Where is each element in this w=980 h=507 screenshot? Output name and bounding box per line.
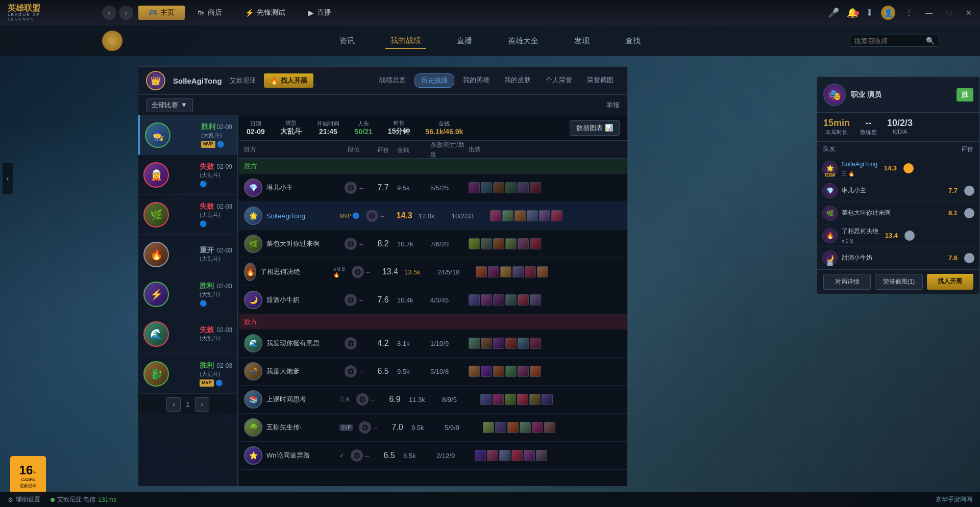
match-type-7: (大乱斗) [200, 370, 232, 378]
items-list-5 [469, 294, 541, 306]
close-button[interactable]: ✕ [963, 7, 975, 19]
lose-player-row-5[interactable]: ⭐ Wn论同途异路 ✓ ⚙ -- 6.5 8.5k [239, 442, 627, 470]
tab-history[interactable]: 历史战绩 [414, 73, 454, 88]
lose-player-row-2[interactable]: 💣 我是大炮爹 ⚙ -- 6.5 9.5k [239, 358, 627, 386]
item-l3-5 [529, 394, 541, 405]
page-number: 1 [186, 400, 189, 408]
tab-my-skins[interactable]: 我的皮肤 [498, 73, 537, 88]
player-row-1[interactable]: 💎 琳儿小主 ⚙ -- 7.7 9.5k [239, 174, 627, 202]
maximize-button[interactable]: □ [943, 7, 955, 19]
prev-page-button[interactable]: ‹ [166, 397, 181, 412]
next-page-button[interactable]: › [195, 397, 209, 412]
player-row-5[interactable]: 🌙 甜酒小牛奶 ⚙ -- 7.6 10.4k [239, 286, 627, 314]
tab-pioneer[interactable]: ⚡ 先锋测试 [235, 6, 296, 20]
tab-home[interactable]: 🎮 主页 [138, 6, 185, 20]
side-player-name: 职业 演员 [851, 90, 881, 99]
match-badges-2: 🔵 [200, 181, 232, 188]
player-5-info: 🌙 甜酒小牛奶 [244, 291, 338, 309]
subnav-discover[interactable]: 发现 [569, 34, 595, 48]
tab-live[interactable]: ▶ 直播 [298, 6, 341, 20]
subnav-news[interactable]: 资讯 [334, 34, 360, 48]
lose-player-2-champ: 💣 [244, 362, 262, 381]
back-button[interactable]: ‹ [102, 6, 116, 20]
live-label: 直播 [317, 8, 331, 17]
side-player-row-1[interactable]: 🌟 MVP SolleAgiTong 三 🔥 14.3 [817, 157, 979, 180]
side-kda-label: K/D/A [893, 129, 908, 135]
minimize-button[interactable]: — [923, 7, 935, 19]
items-list-l1 [469, 338, 541, 349]
chart-button[interactable]: 数据图表 📊 [570, 120, 620, 136]
user-avatar-icon[interactable]: 👤 [881, 6, 895, 20]
player-3-tag2: 火 [345, 396, 350, 403]
side-mvp-tag-1: MVP [825, 173, 835, 176]
item-2-6 [551, 210, 562, 221]
settings-button[interactable]: ⚙ 辅助设置 [8, 495, 40, 504]
forward-button[interactable]: › [119, 6, 133, 20]
side-player-row-5[interactable]: 🌙 三 甜酒小牛奶 7.6 [817, 247, 979, 269]
mic-icon-wrapper: 🎤 [828, 7, 839, 18]
tab-shop[interactable]: 🛍 商店 [187, 6, 232, 20]
player-1-kda: 5/5/25 [430, 183, 469, 192]
subnav-champions[interactable]: 英雄大全 [503, 34, 544, 48]
match-item-7[interactable]: 🐉 胜利 02-03 (大乱斗) MVP 🔵 [138, 354, 237, 394]
item-5-5 [518, 294, 529, 306]
match-item-3[interactable]: 🌿 失败 02-03 (大乱斗) 🔵 [138, 195, 237, 235]
item-l2-6 [530, 366, 541, 377]
tab-honor[interactable]: 个人荣誉 [540, 73, 578, 88]
lose-player-row-1[interactable]: 🌊 我发现你挺有意思 ⚙ -- 4.2 8.1k [239, 329, 627, 358]
side-section-title: 队友 评价 [817, 142, 979, 157]
item-5-3 [493, 294, 504, 306]
gold-value-1: 9.5k [397, 184, 410, 192]
side-player-1-name: SolleAgiTong [842, 161, 877, 168]
player-row-4[interactable]: 🔥 了相思何决绝 x 0 S 🔥 ⚙ -- 13.4 13.5k [239, 258, 627, 286]
report-button[interactable]: 举报 [606, 100, 620, 110]
find-duo-button[interactable]: 🔥 找人开黑 [264, 73, 313, 88]
item-l5-6 [536, 450, 547, 461]
player-3-kda: 7/6/28 [430, 239, 469, 248]
match-item-1[interactable]: 🧙 胜利 02-09 (大乱斗) MVP 🔵 [138, 115, 237, 155]
match-item-4[interactable]: 🔥 重开 02-03 (大乱斗) [138, 235, 237, 274]
match-item-6[interactable]: 🌊 失败 02-03 (大乱斗) [138, 314, 237, 354]
summary-gold: 金钱 56.1k/46.9k [425, 120, 463, 136]
match-detail-button[interactable]: 对局详情 [823, 274, 871, 290]
rating-value-l3: 6.9 [389, 395, 400, 403]
side-player-row-4[interactable]: 🔥 了相思何决绝 x 0 S 13.4 [817, 224, 979, 247]
search-input[interactable] [854, 37, 926, 45]
player-2-gold: 12.0k [419, 211, 452, 220]
match-item-5[interactable]: ⚡ 胜利 02-03 (大乱斗) 🔵 [138, 274, 237, 314]
item-4-1 [476, 266, 487, 277]
rank-dash-5: -- [359, 297, 363, 303]
side-player-4-tags: x 0 S [842, 238, 853, 244]
lose-player-3-items [480, 394, 622, 405]
match-item-2[interactable]: 🧝 失败 02-09 (大乱斗) 🔵 [138, 155, 237, 195]
subnav-search[interactable]: 查找 [620, 34, 646, 48]
side-player-row-2[interactable]: 💎 琳儿小主 7.7 [817, 180, 979, 202]
side-player-row-3[interactable]: 🌿 菜包大叫你过来啊 8.1 [817, 202, 979, 224]
chart-icon: 📊 [605, 124, 613, 132]
lose-player-row-4[interactable]: 🌳 五柳先生传· SVP ⚙ -- 7.0 9.5k [239, 414, 627, 442]
tab-my-heroes[interactable]: 我的英雄 [457, 73, 496, 88]
subnav-stats[interactable]: 我的战绩 [385, 33, 426, 49]
lose-player-row-3[interactable]: 📚 上课时间思考 三 火 ⚙ -- 6.9 1 [239, 386, 627, 414]
find-duo-side-button[interactable]: 找人开黑 [927, 274, 973, 290]
side-player-1-tags: 三 🔥 [842, 171, 854, 176]
side-player-4-name: 了相思何决绝 [842, 227, 878, 235]
player-4-rating: 13.4 [376, 267, 404, 276]
subnav-live[interactable]: 直播 [452, 34, 477, 48]
player-row-2[interactable]: 🌟 SolleAgiTong MVP 🔵 ⚙ -- 14.3 [239, 202, 627, 230]
more-button[interactable]: ⋮ [903, 7, 915, 19]
lose-player-5-gold: 8.5k [403, 451, 436, 460]
tab-stats-overview[interactable]: 战绩总览 [373, 73, 412, 88]
title-bar: 英雄联盟 LEAGUE OF LEGENDS ‹ › 🎮 主页 🛍 商店 ⚡ 先… [0, 0, 980, 26]
tab-screenshot[interactable]: 荣誉截图 [581, 73, 620, 88]
search-box[interactable]: 🔍 [850, 35, 939, 47]
item-2-5 [539, 210, 550, 221]
left-expand-button[interactable]: ‹ [3, 163, 13, 194]
match-type-filter[interactable]: 全部比赛 ▼ [146, 98, 193, 112]
live-icon: ▶ [308, 9, 314, 17]
side-player-1-name-wrap: SolleAgiTong 三 🔥 [842, 159, 877, 178]
side-rank-tag-5: 三 [827, 261, 833, 266]
lose-player-1-kda: 1/10/9 [430, 339, 469, 348]
player-row-3[interactable]: 🌿 菜包大叫你过来啊 ⚙ -- 8.2 10.7k [239, 230, 627, 258]
honor-screenshot-button[interactable]: 荣誉截图(1) [875, 274, 922, 290]
